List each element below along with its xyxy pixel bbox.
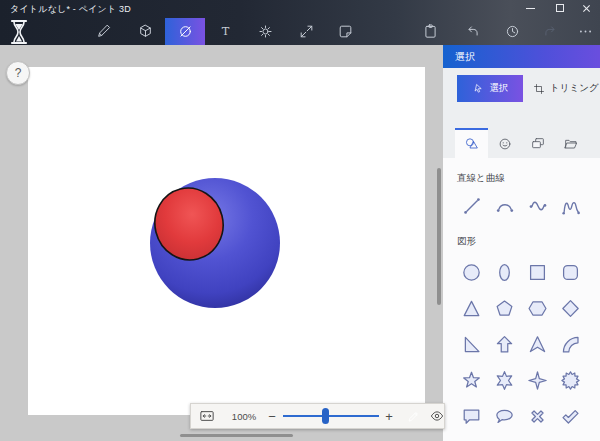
shape-pentagon[interactable] [488, 290, 521, 326]
main-area: ? 100% − + [0, 45, 600, 441]
maximize-icon [556, 4, 564, 12]
paint3d-window: タイトルなし* - ペイント 3D T [0, 0, 600, 441]
shape-lightning[interactable] [455, 434, 488, 441]
fit-screen-icon [198, 407, 216, 425]
toolbar-undo-button[interactable] [455, 18, 489, 45]
canvas-area[interactable]: ? 100% − + [0, 45, 443, 441]
busy-hourglass-cursor [8, 19, 30, 44]
close-button[interactable] [571, 0, 600, 16]
help-button[interactable]: ? [6, 61, 30, 85]
scene-3d [28, 67, 425, 415]
shape-star-5[interactable] [455, 362, 488, 398]
select-tool-button[interactable]: 選択 [457, 75, 523, 102]
shape-right-triangle[interactable] [455, 326, 488, 362]
zoom-slider[interactable] [283, 406, 379, 426]
shape-cloud-bubble[interactable] [488, 398, 521, 434]
zoom-in-button[interactable]: + [381, 406, 397, 426]
select-tool-label: 選択 [490, 82, 509, 95]
panel-shapes-tab[interactable] [455, 128, 488, 158]
shapes-grid [455, 254, 589, 441]
draw-mode-button[interactable] [400, 404, 427, 428]
shape-check[interactable] [554, 398, 587, 434]
minimize-icon [526, 8, 535, 9]
lines-curves-row [455, 191, 600, 221]
shape-curve[interactable] [554, 326, 587, 362]
toolbar-stickers-button[interactable] [328, 18, 362, 45]
side-panel: 選択 選択 トリミング 直線と曲線 図形 [443, 45, 600, 441]
shape-rounded-square[interactable] [554, 254, 587, 290]
shape-arrowhead[interactable] [521, 326, 554, 362]
shape-cross[interactable] [521, 398, 554, 434]
drawing-canvas[interactable] [28, 67, 425, 415]
zoom-out-button[interactable]: − [263, 406, 281, 426]
panel-header: 選択 [443, 45, 600, 68]
close-icon [582, 4, 591, 13]
shape-heart[interactable] [554, 434, 587, 441]
shape-oval[interactable] [488, 254, 521, 290]
eye-icon [429, 408, 445, 424]
pencil-icon [406, 409, 421, 424]
view-3d-button[interactable] [427, 404, 446, 428]
zoom-toolbar: 100% − + [190, 403, 445, 429]
line-tool[interactable] [455, 191, 488, 221]
window-title: タイトルなし* - ペイント 3D [10, 3, 131, 16]
toolbar-redo-button[interactable] [533, 18, 567, 45]
crop-tool-label: トリミング [550, 82, 599, 95]
toolbar-2d-shapes-button[interactable] [165, 18, 205, 45]
arc-tool[interactable] [488, 191, 521, 221]
zoom-slider-track [283, 415, 379, 417]
toolbar-more-button[interactable] [568, 18, 600, 45]
panel-stickers-tab[interactable] [488, 128, 521, 158]
shape-triangle[interactable] [455, 290, 488, 326]
wave-tool[interactable] [521, 191, 554, 221]
double-wave-tool[interactable] [554, 191, 587, 221]
shape-star-6[interactable] [488, 362, 521, 398]
svg-text:T: T [221, 24, 229, 38]
shape-speech-bubble[interactable] [455, 398, 488, 434]
crop-icon [533, 83, 545, 95]
top-bar: タイトルなし* - ペイント 3D T [0, 0, 600, 45]
panel-textures-tab[interactable] [521, 128, 554, 158]
toolbar-brush-button[interactable] [86, 18, 120, 45]
shape-burst[interactable] [554, 362, 587, 398]
shape-arrow-up[interactable] [488, 326, 521, 362]
shape-star-4[interactable] [521, 362, 554, 398]
section-label-shapes: 図形 [457, 235, 600, 248]
crop-tool-button[interactable]: トリミング [533, 75, 599, 102]
panel-content: 直線と曲線 図形 [443, 158, 600, 441]
shape-hexagon[interactable] [521, 290, 554, 326]
horizontal-scrollbar[interactable] [180, 434, 293, 437]
panel-tabs [455, 128, 587, 158]
toolbar-effects-button[interactable] [248, 18, 282, 45]
cursor-arrow-icon [472, 82, 485, 95]
minimize-button[interactable] [515, 0, 545, 16]
panel-title: 選択 [455, 50, 475, 64]
zoom-slider-thumb[interactable] [322, 408, 329, 424]
toolbar-3d-shapes-button[interactable] [128, 18, 162, 45]
shape-bolt[interactable] [521, 434, 554, 441]
help-label: ? [15, 66, 22, 80]
toolbar-paste-button[interactable] [413, 18, 447, 45]
section-label-lines: 直線と曲線 [457, 172, 600, 185]
toolbar-canvas-button[interactable] [289, 18, 323, 45]
panel-open-folder-tab[interactable] [554, 128, 587, 158]
toolbar-text-button[interactable]: T [208, 18, 242, 45]
shape-square[interactable] [521, 254, 554, 290]
vertical-scrollbar[interactable] [437, 168, 441, 305]
fit-to-view-button[interactable] [196, 406, 218, 426]
shape-diamond[interactable] [554, 290, 587, 326]
zoom-level: 100% [225, 411, 263, 422]
shape-circle[interactable] [455, 254, 488, 290]
toolbar-history-button[interactable] [495, 18, 529, 45]
shape-banner[interactable] [488, 434, 521, 441]
